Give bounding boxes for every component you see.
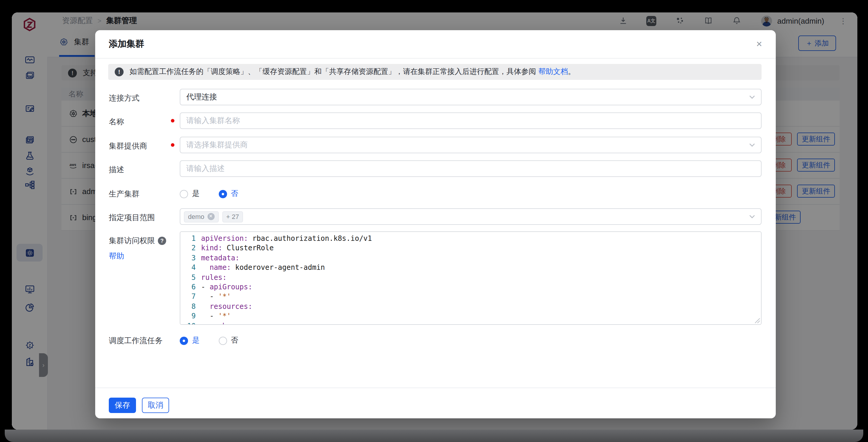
code-line: 1apiVersion: rbac.authorization.k8s.io/v…: [180, 234, 761, 243]
code-line: 7 - '*': [180, 292, 761, 302]
label-provider: 集群提供商: [109, 141, 147, 151]
label-schedule-workflow: 调度工作流任务: [109, 335, 163, 346]
modal-title: 添加集群: [109, 38, 144, 50]
provider-select[interactable]: 请选择集群提供商: [180, 137, 762, 153]
code-line: 4 name: koderover-agent-admin: [180, 263, 761, 272]
production-radio-group: 是 否: [180, 189, 238, 199]
desktop-bottom-band: [5, 430, 863, 442]
required-dot: [171, 143, 175, 147]
line-number: 9: [180, 311, 196, 321]
line-number: 8: [180, 301, 196, 311]
label-project-scope: 指定项目范围: [109, 212, 155, 223]
line-number: 6: [180, 282, 196, 292]
line-number: 2: [180, 243, 196, 253]
info-icon: !: [115, 67, 124, 76]
radio-no-checked[interactable]: [218, 189, 227, 198]
permissions-help-link[interactable]: 帮助: [109, 251, 124, 262]
save-button[interactable]: 保存: [109, 397, 136, 413]
input-placeholder: 请输入集群名称: [186, 115, 240, 126]
banner-suffix: 。: [568, 67, 575, 77]
radio-label-no[interactable]: 否: [231, 335, 238, 346]
label-cluster-name: 名称: [109, 117, 124, 127]
label-connection-type: 连接方式: [109, 93, 140, 104]
line-number: 5: [180, 272, 196, 282]
required-dot: [171, 119, 175, 122]
project-tag-label: demo: [188, 213, 204, 220]
remove-tag-icon[interactable]: ✕: [207, 213, 214, 220]
cancel-button[interactable]: 取消: [142, 397, 169, 413]
footer-divider: [95, 388, 776, 388]
line-number: 10: [180, 321, 196, 325]
label-text: 集群访问权限: [109, 235, 155, 246]
resize-grip-icon[interactable]: [754, 318, 761, 324]
chevron-down-icon: [749, 143, 755, 147]
line-number: 1: [180, 234, 196, 243]
radio-yes-checked[interactable]: [180, 336, 188, 345]
select-value: 代理连接: [186, 92, 217, 102]
radio-label-no[interactable]: 否: [231, 189, 238, 199]
connection-type-select[interactable]: 代理连接: [180, 89, 762, 105]
modal-info-banner: ! 如需配置工作流任务的「调度策略」、「缓存资源配置」和「共享存储资源配置」，请…: [108, 64, 762, 80]
yaml-code-editor[interactable]: 1apiVersion: rbac.authorization.k8s.io/v…: [180, 231, 762, 325]
code-line: 6- apiGroups:: [180, 282, 761, 292]
save-label: 保存: [115, 400, 130, 411]
label-text: 描述: [109, 165, 124, 175]
code-line: 2kind: ClusterRole: [180, 243, 761, 253]
line-number: 4: [180, 263, 196, 272]
label-cluster-permissions: 集群访问权限 ?: [109, 235, 166, 246]
banner-text: 如需配置工作流任务的「调度策略」、「缓存资源配置」和「共享存储资源配置」，请在集…: [129, 67, 536, 77]
cluster-name-input[interactable]: 请输入集群名称: [180, 112, 762, 129]
chevron-down-icon: [749, 215, 755, 218]
label-text: 集群提供商: [109, 141, 147, 151]
help-doc-link[interactable]: 帮助文档: [538, 67, 568, 77]
label-production-cluster: 生产集群: [109, 189, 140, 199]
label-text: 生产集群: [109, 189, 140, 199]
description-input[interactable]: 请输入描述: [180, 160, 762, 177]
label-text: 连接方式: [109, 93, 140, 104]
radio-label-yes[interactable]: 是: [192, 189, 199, 199]
more-projects-tag: + 27: [222, 211, 243, 222]
cancel-label: 取消: [148, 400, 163, 411]
code-line: 3metadata:: [180, 253, 761, 263]
close-icon[interactable]: ✕: [754, 40, 764, 49]
radio-yes-unchecked[interactable]: [180, 189, 188, 198]
browser-window: PM: [12, 12, 857, 430]
line-number: 3: [180, 253, 196, 263]
label-text: 指定项目范围: [109, 212, 155, 223]
screenshot-stage: PM: [0, 0, 868, 442]
project-tag: demo ✕: [184, 211, 218, 222]
select-placeholder: 请选择集群提供商: [186, 140, 248, 150]
code-line: 8 resources:: [180, 301, 761, 311]
input-placeholder: 请输入描述: [186, 163, 225, 174]
add-cluster-modal: 添加集群 ✕ ! 如需配置工作流任务的「调度策略」、「缓存资源配置」和「共享存储…: [95, 30, 776, 418]
label-text: 名称: [109, 117, 124, 127]
code-line: 5rules:: [180, 272, 761, 282]
help-question-icon[interactable]: ?: [158, 237, 166, 245]
label-text: 调度工作流任务: [109, 335, 163, 346]
radio-no-unchecked[interactable]: [218, 336, 227, 345]
code-line: 10 verbs:: [180, 321, 761, 325]
code-line: 9 - '*': [180, 311, 761, 321]
more-projects-label: + 27: [226, 213, 239, 220]
radio-label-yes[interactable]: 是: [192, 335, 199, 346]
label-description: 描述: [109, 165, 124, 175]
modal-header: 添加集群 ✕: [95, 30, 776, 59]
chevron-down-icon: [749, 95, 755, 99]
line-number: 7: [180, 292, 196, 302]
project-scope-multiselect[interactable]: demo ✕ + 27: [180, 208, 762, 225]
schedule-radio-group: 是 否: [180, 335, 238, 346]
